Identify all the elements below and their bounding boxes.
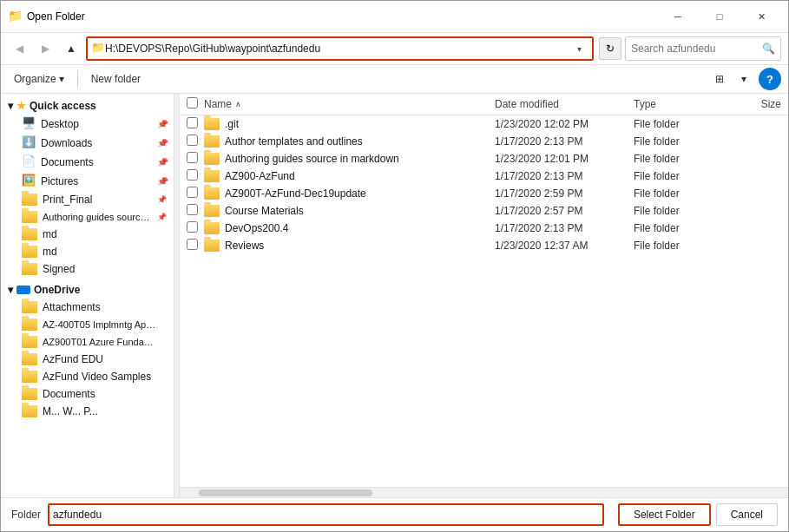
table-row[interactable]: AZ900-AzFund 1/17/2020 2:13 PM File fold… — [180, 167, 788, 185]
sidebar-item-attachments[interactable]: Attachments — [1, 299, 174, 316]
resize-handle[interactable] — [174, 94, 180, 497]
azfund-video-folder-icon — [22, 371, 37, 383]
pin-icon-pictures: 📌 — [157, 177, 167, 186]
dialog-title: Open Folder — [27, 10, 653, 23]
sidebar-item-documents[interactable]: 📄 Documents 📌 — [1, 153, 174, 172]
sidebar-item-az900[interactable]: AZ900T01 Azure Fundamentals — [1, 333, 174, 351]
file-type-authoring-guides: File folder — [634, 153, 720, 165]
documents-od-folder-icon — [22, 388, 37, 400]
view-dropdown-button[interactable]: ▾ — [733, 68, 755, 90]
date-column-header[interactable]: Date modified — [495, 98, 634, 110]
file-name-devops: DevOps200.4 — [204, 222, 495, 234]
file-date-author-templates: 1/17/2020 2:13 PM — [495, 135, 634, 148]
sidebar-item-azfund[interactable]: AzFund EDU — [1, 351, 174, 368]
onedrive-header[interactable]: ▾ OneDrive — [1, 281, 174, 299]
sidebar-item-downloads[interactable]: ⬇️ Downloads 📌 — [1, 134, 174, 153]
file-type-az900: File folder — [634, 170, 720, 182]
row-checkbox-az900 — [187, 169, 204, 183]
file-name-git: .git — [204, 118, 495, 130]
address-dropdown-button[interactable]: ▾ — [569, 39, 588, 58]
address-input[interactable] — [105, 43, 569, 55]
main-content: ▾ ★ Quick access 🖥️ Desktop 📌 ⬇️ Downloa… — [1, 94, 788, 497]
sidebar-item-desktop[interactable]: 🖥️ Desktop 📌 — [1, 115, 174, 134]
table-row[interactable]: Reviews 1/23/2020 12:37 AM File folder — [180, 237, 788, 254]
md1-folder-icon — [22, 228, 37, 240]
select-folder-button[interactable]: Select Folder — [618, 503, 711, 526]
folder-icon-authoring-guides — [204, 153, 220, 165]
organize-button[interactable]: Organize ▾ — [8, 69, 70, 89]
row-select-reviews[interactable] — [187, 239, 198, 250]
toolbar: Organize ▾ New folder ⊞ ▾ ? — [1, 65, 788, 94]
organize-arrow: ▾ — [59, 73, 64, 85]
desktop-folder-icon: 🖥️ — [22, 117, 36, 131]
search-button[interactable]: 🔍 — [762, 43, 775, 55]
table-row[interactable]: Author templates and outlines 1/17/2020 … — [180, 133, 788, 150]
sidebar-item-az400-label: AZ-400T05 Implmntg App Infrastructure — [43, 319, 160, 330]
sidebar-item-md1[interactable]: md — [1, 226, 174, 243]
azfund-folder-icon — [22, 353, 37, 365]
folder-input[interactable] — [53, 509, 599, 521]
right-panel: Name ∧ Date modified Type Size — [180, 94, 788, 497]
help-button[interactable]: ? — [759, 68, 781, 90]
size-column-header[interactable]: Size — [720, 98, 781, 110]
up-button[interactable]: ▲ — [60, 37, 82, 60]
view-options: ⊞ ▾ — [708, 68, 755, 90]
pin-icon-downloads: 📌 — [157, 139, 167, 148]
sidebar-item-documents-od-label: Documents — [43, 388, 95, 400]
sidebar-item-pictures[interactable]: 🖼️ Pictures 📌 — [1, 172, 174, 191]
attachments-folder-icon — [22, 301, 37, 313]
file-name-course: Course Materials — [204, 205, 495, 217]
view-toggle-button[interactable]: ⊞ — [708, 68, 731, 90]
maximize-button[interactable]: □ — [700, 6, 740, 27]
table-row[interactable]: Course Materials 1/17/2020 2:57 PM File … — [180, 202, 788, 220]
bottom-bar: Folder Select Folder Cancel — [1, 497, 788, 531]
close-button[interactable]: ✕ — [741, 6, 781, 27]
forward-button[interactable]: ▶ — [34, 37, 56, 60]
table-row[interactable]: AZ900T-AzFund-Dec19update 1/17/2020 2:59… — [180, 185, 788, 202]
row-select-az900dec[interactable] — [187, 187, 198, 198]
sidebar-item-authoring[interactable]: Authoring guides source in markdown 📌 — [1, 208, 174, 226]
table-row[interactable]: .git 1/23/2020 12:02 PM File folder — [180, 115, 788, 133]
sidebar-item-azfund-video[interactable]: AzFund Video Samples — [1, 368, 174, 385]
row-select-devops[interactable] — [187, 221, 198, 233]
minimize-button[interactable]: ─ — [658, 6, 698, 27]
name-column-header[interactable]: Name ∧ — [204, 98, 495, 110]
quick-access-star-icon: ★ — [16, 100, 26, 112]
row-select-az900[interactable] — [187, 169, 198, 181]
signed-folder-icon — [22, 263, 37, 275]
sidebar-item-print-final[interactable]: Print_Final 📌 — [1, 191, 174, 208]
new-folder-button[interactable]: New folder — [85, 69, 147, 89]
refresh-button[interactable]: ↻ — [599, 37, 621, 60]
row-select-authoring-guides[interactable] — [187, 152, 198, 163]
table-row[interactable]: DevOps200.4 1/17/2020 2:13 PM File folde… — [180, 220, 788, 237]
sidebar-item-more[interactable]: M... W... P... — [1, 403, 174, 420]
horizontal-scrollbar[interactable] — [180, 487, 788, 497]
authoring-folder-icon — [22, 211, 37, 223]
row-select-course[interactable] — [187, 204, 198, 215]
sidebar-item-signed[interactable]: Signed — [1, 260, 174, 278]
table-row[interactable]: Authoring guides source in markdown 1/23… — [180, 150, 788, 167]
scroll-thumb[interactable] — [199, 489, 372, 496]
file-date-course: 1/17/2020 2:57 PM — [495, 205, 634, 217]
sidebar-item-md2[interactable]: md — [1, 243, 174, 260]
file-list-header: Name ∧ Date modified Type Size — [180, 94, 788, 115]
documents-folder-icon: 📄 — [22, 155, 36, 169]
sidebar-item-documents-od[interactable]: Documents — [1, 385, 174, 403]
row-select-author-templates[interactable] — [187, 135, 198, 146]
search-input[interactable] — [631, 43, 762, 55]
file-date-git: 1/23/2020 12:02 PM — [495, 118, 634, 130]
sidebar-item-az400[interactable]: AZ-400T05 Implmntg App Infrastructure — [1, 316, 174, 333]
cancel-button[interactable]: Cancel — [716, 503, 778, 526]
file-date-az900dec: 1/17/2020 2:59 PM — [495, 187, 634, 200]
name-sort-arrow: ∧ — [235, 100, 241, 108]
file-list: .git 1/23/2020 12:02 PM File folder Auth… — [180, 115, 788, 487]
select-all-checkbox[interactable] — [187, 97, 198, 108]
quick-access-header[interactable]: ▾ ★ Quick access — [1, 97, 174, 115]
pin-icon-documents: 📌 — [157, 158, 167, 167]
onedrive-icon — [16, 286, 30, 294]
file-date-devops: 1/17/2020 2:13 PM — [495, 222, 634, 234]
row-select-git[interactable] — [187, 117, 198, 128]
type-column-header[interactable]: Type — [634, 98, 720, 110]
file-name-az900dec: AZ900T-AzFund-Dec19update — [204, 187, 495, 200]
back-button[interactable]: ◀ — [8, 37, 30, 60]
